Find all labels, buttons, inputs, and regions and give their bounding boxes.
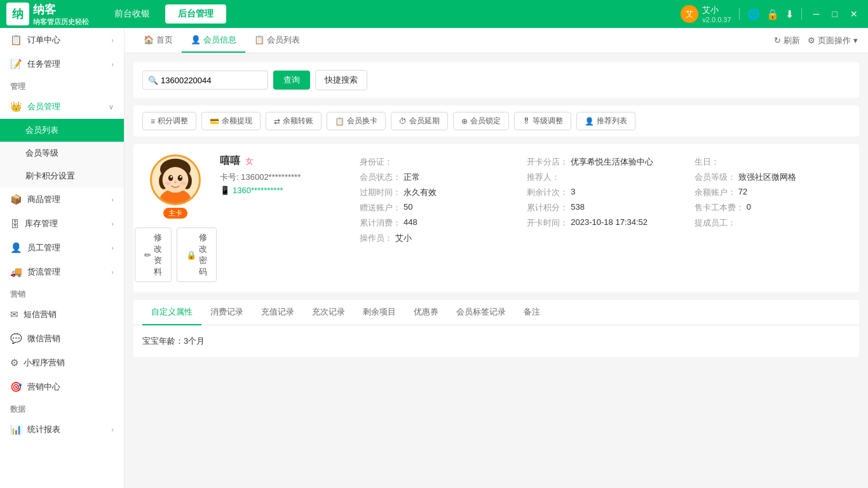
search-bar: 🔍 查询 快捷搜索 [133, 62, 859, 98]
page-ops-button[interactable]: ⚙ 页面操作 ▾ [808, 35, 858, 46]
member-card-no: 卡号: 136002********** [220, 172, 347, 183]
member-actions: ✏ 修改资料 🔒 修改密码 [135, 227, 217, 282]
sidebar-item-wechat[interactable]: 💬 微信营销 [0, 327, 124, 351]
logo: 纳 纳客 纳客管店历史轻松 [6, 2, 89, 27]
card-change-button[interactable]: 📋 会员换卡 [327, 112, 386, 130]
sidebar-item-staff[interactable]: 👤 员工管理 › [0, 236, 124, 260]
arrow-icon: › [111, 36, 114, 44]
sidebar-section-marketing: 营销 [0, 284, 124, 302]
nav-tab-back[interactable]: 后台管理 [165, 4, 226, 24]
member-avatar-section: 主卡 ✏ 修改资料 🔒 修改密码 [144, 154, 207, 282]
maximize-button[interactable]: □ [829, 8, 841, 20]
bc-tab-home[interactable]: 🏠 首页 [135, 28, 182, 53]
arrow-icon: › [111, 196, 114, 203]
svg-point-6 [168, 175, 173, 181]
query-button[interactable]: 查询 [273, 71, 310, 90]
detail-expire-time: 过期时间： 永久有效 [360, 185, 514, 200]
sidebar-item-order[interactable]: 📋 订单中心 › [0, 28, 124, 52]
goods-icon: 📦 [10, 194, 22, 205]
sidebar-item-miniapp[interactable]: ⚙ 小程序营销 [0, 351, 124, 375]
sidebar-item-stats[interactable]: 📊 统计报表 › [0, 417, 124, 442]
recommend-list-button[interactable]: 👤 推荐列表 [576, 112, 635, 130]
tab-note[interactable]: 备注 [515, 300, 549, 325]
sidebar-item-goods[interactable]: 📦 商品管理 › [0, 187, 124, 212]
detail-promotion-staff: 提成员工： [695, 215, 849, 231]
edit-profile-button[interactable]: ✏ 修改资料 [135, 227, 172, 282]
lock-icon[interactable]: 🔒 [766, 8, 779, 20]
detail-card-fee: 售卡工本费： 0 [695, 200, 849, 215]
tabs-section: 自定义属性 消费记录 充值记录 充次记录 剩余项目 优惠券 会员标签记录 备注 … [133, 300, 859, 357]
sidebar-item-marketing-center[interactable]: 🎯 营销中心 [0, 375, 124, 399]
arrow-icon: ∨ [109, 103, 114, 111]
task-icon: 📝 [10, 58, 22, 70]
sidebar-item-label: 订单中心 [27, 34, 60, 46]
sidebar-item-swipe-points[interactable]: 刷卡积分设置 [0, 165, 124, 187]
tab-member-tags[interactable]: 会员标签记录 [447, 300, 515, 325]
search-input[interactable] [161, 71, 262, 89]
level-icon: 🎖 [522, 117, 530, 126]
layout: 📋 订单中心 › 📝 任务管理 › 管理 👑 会员管理 ∨ 会员列表 会员等级 … [0, 28, 868, 488]
download-icon[interactable]: ⬇ [785, 8, 794, 20]
bc-tab-member-info[interactable]: 👤 会员信息 [182, 28, 245, 53]
tab-remaining[interactable]: 剩余项目 [354, 300, 405, 325]
svg-point-12 [180, 182, 186, 186]
sidebar-item-sms[interactable]: ✉ 短信营销 [0, 302, 124, 327]
tab-coupon[interactable]: 优惠券 [405, 300, 447, 325]
sidebar-item-logistics[interactable]: 🚚 货流管理 › [0, 260, 124, 284]
level-adjust-button[interactable]: 🎖 等级调整 [514, 112, 571, 130]
refresh-button[interactable]: ↻ 刷新 [774, 35, 800, 46]
tab-custom-attr[interactable]: 自定义属性 [142, 300, 201, 325]
breadcrumb-bar: 🏠 首页 👤 会员信息 📋 会员列表 ↻ 刷新 ⚙ [125, 28, 868, 53]
svg-point-5 [163, 167, 189, 193]
breadcrumb-tabs: 🏠 首页 👤 会员信息 📋 会员列表 [135, 28, 309, 53]
detail-remaining-times: 剩余计次： 3 [527, 185, 681, 200]
logo-text: 纳客 [33, 2, 89, 17]
version: v2.0.0.37 [702, 16, 731, 24]
sidebar-item-label: 统计报表 [27, 424, 60, 435]
member-gender: 女 [245, 156, 254, 167]
sidebar-item-member[interactable]: 👑 会员管理 ∨ [0, 95, 124, 119]
order-icon: 📋 [10, 34, 22, 46]
tab-times-record[interactable]: 充次记录 [303, 300, 354, 325]
sidebar-item-label: 营销中心 [27, 381, 60, 393]
refresh-icon: ↻ [774, 36, 781, 45]
globe-icon[interactable]: 🌐 [747, 8, 760, 20]
action-toolbar: ≡ 积分调整 💳 余额提现 ⇄ 余额转账 📋 会员换卡 ⏱ 会员延期 [133, 105, 859, 137]
balance-withdraw-button[interactable]: 💳 余额提现 [201, 112, 261, 130]
logistics-icon: 🚚 [10, 266, 22, 278]
close-button[interactable]: ✕ [846, 8, 862, 20]
sidebar-item-member-list[interactable]: 会员列表 [0, 119, 124, 142]
change-password-button[interactable]: 🔒 修改密码 [177, 227, 217, 282]
sidebar-item-label: 任务管理 [27, 58, 60, 70]
member-extend-button[interactable]: ⏱ 会员延期 [391, 112, 448, 130]
sidebar-item-task[interactable]: 📝 任务管理 › [0, 52, 124, 76]
bc-tab-member-list[interactable]: 📋 会员列表 [245, 28, 309, 53]
edit-icon: ✏ [144, 250, 151, 260]
balance-transfer-button[interactable]: ⇄ 余额转账 [266, 112, 322, 130]
stock-icon: 🗄 [10, 219, 20, 229]
search-input-wrap: 🔍 [142, 71, 268, 90]
member-lock-button[interactable]: ⊕ 会员锁定 [453, 112, 509, 130]
sidebar-submenu-member: 会员列表 会员等级 刷卡积分设置 [0, 119, 124, 187]
arrow-icon: › [111, 244, 114, 252]
points-adjust-button[interactable]: ≡ 积分调整 [142, 112, 196, 130]
detail-balance: 余额账户： 72 [695, 185, 849, 200]
member-level-badge: 主卡 [163, 208, 187, 219]
tab-consume-record[interactable]: 消费记录 [201, 300, 252, 325]
miniapp-icon: ⚙ [10, 357, 18, 369]
bc-actions: ↻ 刷新 ⚙ 页面操作 ▾ [774, 35, 858, 46]
tab-recharge-record[interactable]: 充值记录 [252, 300, 303, 325]
arrow-icon: › [111, 268, 114, 276]
member-info-top: 主卡 ✏ 修改资料 🔒 修改密码 [144, 154, 849, 282]
sidebar-item-label: 小程序营销 [24, 357, 65, 369]
user-info: 艾 艾小 v2.0.0.37 [681, 4, 731, 24]
sidebar-item-stock[interactable]: 🗄 库存管理 › [0, 212, 124, 236]
sidebar-item-member-level[interactable]: 会员等级 [0, 142, 124, 165]
topbar: 纳 纳客 纳客管店历史轻松 前台收银 后台管理 艾 艾小 v2.0.0.37 🌐… [0, 0, 868, 28]
pwd-icon: 🔒 [186, 250, 196, 260]
nav-tab-front[interactable]: 前台收银 [102, 4, 163, 24]
minimize-button[interactable]: ─ [810, 8, 824, 20]
detail-member-status: 会员状态： 正常 [360, 170, 514, 185]
logo-icon: 纳 [6, 3, 29, 25]
quick-search-button[interactable]: 快捷搜索 [315, 70, 367, 90]
